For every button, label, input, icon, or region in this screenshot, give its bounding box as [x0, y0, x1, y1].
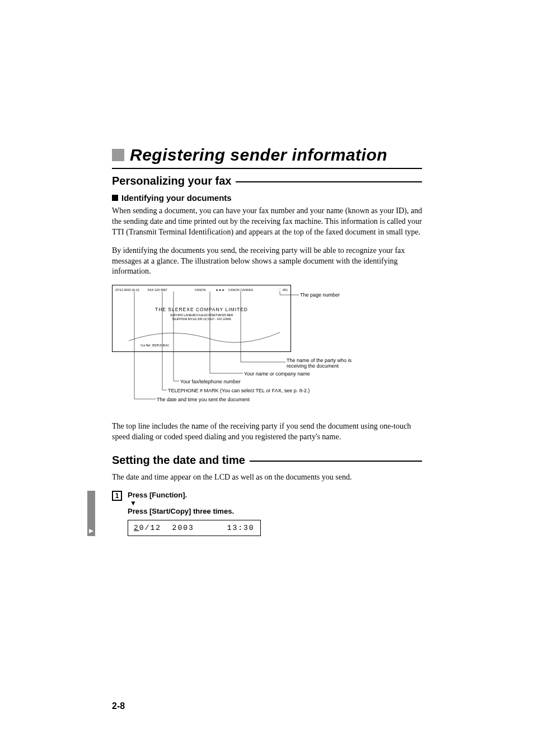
callout-fax-tel: Your fax/telephone number: [180, 379, 241, 384]
sample-document-diagram: 27/12 2003 16:12 FAX 123 4567 CANON ►►► …: [112, 285, 414, 414]
callout-datetime: The date and time you sent the document: [157, 397, 250, 402]
callout-text: receiving the document: [287, 363, 352, 369]
section-heading-text: Personalizing your fax: [112, 175, 236, 187]
continuation-arrow-icon: [88, 528, 94, 534]
paragraph: The top line includes the name of the re…: [112, 421, 422, 443]
callout-sender-name: Your name or company name: [244, 371, 310, 377]
page-title: Registering sender information: [130, 145, 387, 165]
section-heading-line: [250, 461, 422, 462]
paragraph: The date and time appear on the LCD as w…: [112, 472, 422, 483]
section-heading-line: [236, 181, 422, 182]
callout-recipient: The name of the party who is receiving t…: [287, 358, 352, 369]
callout-tel-mark: TELEPHONE # MARK (You can select TEL or …: [168, 388, 310, 393]
step-block: 1 Press [Function]. ▼ Press [Start/Copy]…: [112, 491, 422, 536]
step-instruction: Press [Function].: [128, 491, 261, 499]
leader-lines: [112, 285, 414, 414]
subsection-heading-identifying: Identifying your documents: [112, 193, 422, 203]
step-row: 1 Press [Function]. ▼ Press [Start/Copy]…: [112, 491, 261, 536]
lcd-text: 0/12 2003 13:30: [139, 524, 255, 532]
section-heading-setting-date: Setting the date and time: [112, 454, 422, 467]
lcd-display: 20/12 2003 13:30: [128, 520, 261, 536]
step-instruction: Press [Start/Copy] three times.: [128, 507, 261, 515]
section-heading-text: Setting the date and time: [112, 454, 250, 467]
page-number: 2-8: [112, 701, 125, 711]
step-side-bar: [87, 491, 95, 536]
callout-page-number: The page number: [300, 292, 340, 298]
step-number: 1: [112, 491, 122, 501]
page-title-row: Registering sender information: [112, 145, 422, 165]
lcd-cursor-char: 2: [134, 524, 139, 532]
title-bullet: [112, 149, 124, 161]
title-underline: [112, 168, 422, 169]
down-arrow-icon: ▼: [128, 499, 261, 507]
paragraph: By identifying the documents you send, t…: [112, 246, 422, 278]
section-heading-personalizing: Personalizing your fax: [112, 175, 422, 187]
callout-text: The name of the party who is: [287, 358, 352, 363]
subsection-bullet: [112, 195, 118, 201]
subsection-heading-text: Identifying your documents: [121, 193, 232, 203]
paragraph: When sending a document, you can have yo…: [112, 206, 422, 238]
